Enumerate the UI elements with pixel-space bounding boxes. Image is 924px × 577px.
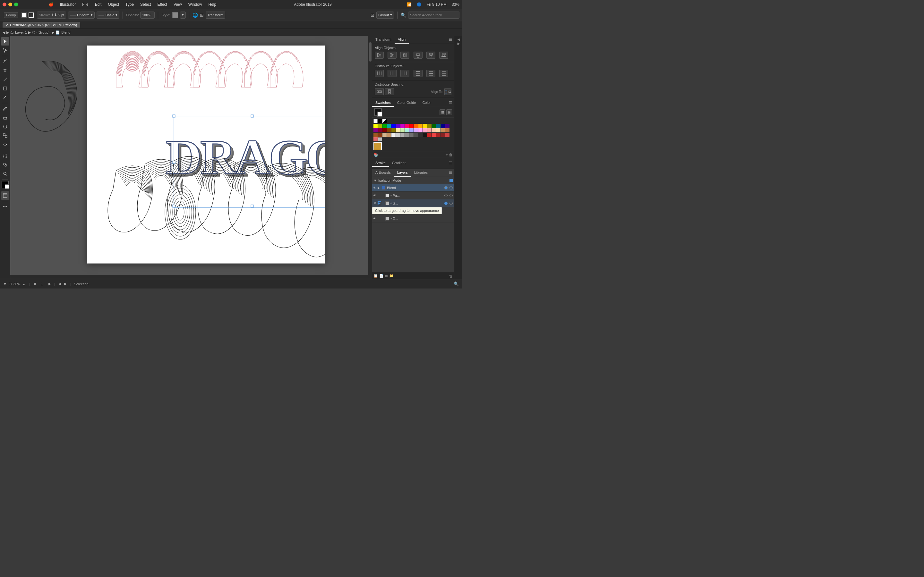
swatch-gold[interactable] (423, 124, 427, 128)
swatch-lightpink[interactable] (423, 128, 427, 132)
search-stock-input[interactable]: Search Adobe Stock (408, 11, 459, 19)
swatch-darkred2[interactable] (441, 133, 445, 137)
scale-tool[interactable] (1, 131, 9, 140)
swatch-magenta[interactable] (401, 124, 405, 128)
zoom-in-button[interactable]: ▲ (22, 282, 26, 286)
pen-tool[interactable] (1, 57, 9, 66)
swatch-grid-view[interactable]: ⊞ (446, 109, 452, 115)
breadcrumb-item-group[interactable]: <Group> (37, 31, 50, 34)
swatch-skin4[interactable] (378, 133, 382, 137)
visibility-eye-g2[interactable]: 👁 (373, 217, 376, 220)
align-top-edge[interactable] (414, 52, 423, 59)
tab-libraries[interactable]: Libraries (411, 169, 431, 177)
pencil-tool[interactable] (1, 105, 9, 113)
menu-illustrator[interactable]: Illustrator (57, 2, 78, 7)
selection-tool[interactable] (1, 37, 9, 45)
swatch-lightorange[interactable] (436, 128, 441, 132)
stroke-width-dropdown[interactable]: Stroke: ⬆⬇ 2 pt (37, 11, 66, 19)
swatch-darkolive[interactable] (391, 128, 396, 132)
breadcrumb-item-blend[interactable]: Blend (61, 31, 70, 34)
zoom-out-button[interactable]: ▼ (3, 282, 7, 286)
swatch-medred[interactable] (436, 133, 441, 137)
swatch-blue[interactable] (391, 124, 396, 128)
swatch-darkblue[interactable] (441, 124, 445, 128)
tab-align[interactable]: Align (395, 36, 409, 44)
line-tool[interactable] (1, 75, 9, 84)
stroke-menu-button[interactable]: ☰ (447, 159, 454, 167)
layout-dropdown[interactable]: Layout ▾ (376, 11, 394, 19)
expand-g1-icon[interactable]: ▶ (378, 201, 381, 205)
page-prev-button[interactable]: ◀ (33, 282, 36, 286)
style-dropdown[interactable]: ▾ (180, 11, 186, 19)
swatch-skin1[interactable] (441, 128, 445, 132)
swatch-lightyellow[interactable] (396, 128, 400, 132)
swatch-amber[interactable] (418, 124, 423, 128)
dist-left[interactable] (375, 70, 384, 77)
globe-icon[interactable]: 🌐 (192, 13, 198, 18)
page-next-button[interactable]: ▶ (48, 282, 51, 286)
layer-item-g1[interactable]: 👁 ▶ <G... (372, 199, 454, 207)
breadcrumb-nav-forward[interactable]: ▶ (6, 31, 9, 35)
swatch-darkpurple[interactable] (445, 124, 449, 128)
document-tab-active[interactable]: ✕ Untitled-6* @ 57.36% (RGB/GPU Preview) (3, 22, 80, 27)
swatch-darkgreen[interactable] (432, 124, 436, 128)
more-tools[interactable]: ••• (1, 203, 9, 211)
visibility-eye-g1[interactable]: 👁 (373, 201, 376, 205)
swatch-darkpink[interactable] (378, 128, 382, 132)
stroke-type-dropdown[interactable]: — Uniform ▾ (68, 11, 95, 19)
menu-edit[interactable]: Edit (92, 2, 104, 7)
align-center-v[interactable] (426, 52, 435, 59)
swatch-gray2[interactable] (401, 133, 405, 137)
brush-type-dropdown[interactable]: — Basic ▾ (97, 11, 120, 19)
swatch-pink[interactable] (405, 124, 409, 128)
swatch-nearblack[interactable] (423, 133, 427, 137)
panel-menu-button[interactable]: ☰ (447, 36, 454, 44)
expand-blend-icon[interactable]: ▶ (378, 186, 380, 189)
swatch-library-icon[interactable]: 📚 (373, 153, 378, 157)
paintbrush-tool[interactable] (1, 93, 9, 102)
dist-center-h[interactable] (388, 70, 397, 77)
free-transform-tool[interactable] (1, 152, 9, 160)
swatch-fill-stroke[interactable] (374, 108, 382, 116)
transform-icon[interactable]: ⊞ (200, 13, 204, 18)
swatches-menu-button[interactable]: ☰ (447, 99, 454, 107)
layer-target-blend[interactable] (444, 186, 447, 189)
type-tool[interactable]: T (1, 66, 9, 75)
layers-panel-menu-icon[interactable]: ⊞ (385, 274, 388, 278)
fill-swatch[interactable] (21, 13, 27, 18)
shape-builder-tool[interactable] (1, 161, 9, 169)
swatch-yellow[interactable] (373, 124, 378, 128)
swatch-gray4[interactable] (409, 133, 414, 137)
rectangle-tool[interactable] (1, 84, 9, 93)
menu-help[interactable]: Help (206, 2, 219, 7)
nav-forward-button[interactable]: ▶ (64, 282, 67, 286)
swatch-red[interactable] (409, 124, 414, 128)
align-bottom-edge[interactable] (439, 52, 448, 59)
scrollbar-horizontal[interactable] (10, 275, 368, 279)
swatch-white[interactable] (373, 119, 378, 123)
nav-back-button[interactable]: ◀ (58, 282, 61, 286)
opacity-input[interactable]: 100% (140, 11, 155, 19)
swatch-salmonred[interactable] (373, 137, 378, 141)
layer-select-g1[interactable] (449, 201, 453, 205)
swatch-darkteal[interactable] (436, 124, 441, 128)
align-to-key-object[interactable] (444, 88, 451, 95)
dist-bottom[interactable] (439, 70, 448, 77)
dist-top[interactable] (414, 70, 423, 77)
swatch-orange[interactable] (414, 124, 418, 128)
menu-window[interactable]: Window (186, 2, 205, 7)
swatch-new-icon[interactable]: + (446, 153, 448, 157)
warp-tool[interactable] (1, 140, 9, 149)
swatch-list-view[interactable]: ☰ (439, 109, 445, 115)
align-center-h[interactable] (388, 52, 397, 59)
swatch-lightcyan[interactable] (405, 128, 409, 132)
rotate-tool[interactable] (1, 122, 9, 131)
tab-gradient[interactable]: Gradient (389, 159, 409, 167)
tab-color-guide[interactable]: Color Guide (394, 99, 419, 107)
fill-indicator[interactable] (2, 181, 9, 188)
swatch-peach[interactable] (432, 128, 436, 132)
layer-item-pa[interactable]: 👁 <Pa... (372, 192, 454, 199)
scrollbar-thumb-v[interactable] (369, 42, 372, 61)
dist-center-v[interactable] (426, 70, 435, 77)
layer-item-blend[interactable]: 👁 ▶ Blend (372, 184, 454, 192)
